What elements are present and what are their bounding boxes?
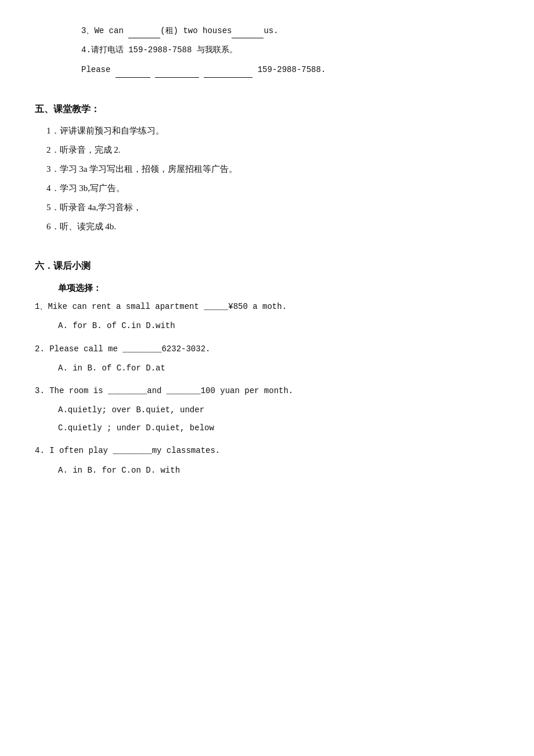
q4-blank3: [204, 62, 252, 77]
q4-suffix: 159-2988-7588.: [258, 65, 326, 74]
top-section: 3、We can (租) two houses us. 4.请打电话 159-2…: [81, 23, 499, 78]
liu-subtitle: 单项选择：: [58, 280, 499, 296]
section-liu-title: 六．课后小测: [35, 258, 499, 275]
wu-item-4: 4．学习 3b,写广告。: [46, 181, 499, 196]
liu-q1-text: 1、Mike can rent a small apartment _____¥…: [35, 300, 499, 314]
section-liu: 六．课后小测 单项选择： 1、Mike can rent a small apa…: [35, 258, 499, 477]
q4-please: Please: [81, 65, 110, 74]
q3-blank2: [232, 23, 264, 38]
liu-q3-text: 3. The room is ________and _______100 yu…: [35, 384, 499, 398]
liu-q3-block: 3. The room is ________and _______100 yu…: [35, 384, 499, 436]
q3-text: 3、We can: [81, 26, 128, 35]
question-4-english: Please 159-2988-7588.: [81, 62, 499, 77]
liu-q2-block: 2. Please call me ________6232-3032. A. …: [35, 342, 499, 376]
liu-q1-block: 1、Mike can rent a small apartment _____¥…: [35, 300, 499, 333]
liu-q1-choices: A. for B. of C.in D.with: [58, 319, 499, 333]
wu-item-3: 3．学习 3a 学习写出租，招领，房屋招租等广告。: [46, 161, 499, 177]
section-wu: 五、课堂教学： 1．评讲课前预习和自学练习。 2．听录音，完成 2. 3．学习 …: [35, 101, 499, 235]
wu-item-2: 2．听录音，完成 2.: [46, 142, 499, 158]
q3-blank1: [128, 23, 160, 38]
question-4-chinese: 4.请打电话 159-2988-7588 与我联系。: [81, 43, 499, 57]
liu-q4-choices: A. in B. for C.on D. with: [58, 463, 499, 478]
section-wu-title: 五、课堂教学：: [35, 101, 499, 118]
q4-blank1: [116, 62, 150, 77]
wu-item-6: 6．听、读完成 4b.: [46, 219, 499, 235]
q3-text3: us.: [264, 26, 278, 35]
liu-q3-choices-b: C.quietly ; under D.quiet, below: [58, 421, 499, 435]
q4-blank2: [155, 62, 199, 77]
wu-item-5: 5．听录音 4a,学习音标，: [46, 200, 499, 215]
liu-q2-text: 2. Please call me ________6232-3032.: [35, 342, 499, 357]
liu-q2-choices: A. in B. of C.for D.at: [58, 361, 499, 376]
q4-chinese-text: 4.请打电话 159-2988-7588 与我联系。: [81, 45, 237, 55]
wu-item-1: 1．评讲课前预习和自学练习。: [46, 123, 499, 139]
liu-q4-text: 4. I often play ________my classmates.: [35, 444, 499, 458]
q3-text2: (租) two houses: [160, 26, 232, 35]
liu-q4-block: 4. I often play ________my classmates. A…: [35, 444, 499, 477]
liu-q3-choices-a: A.quietly; over B.quiet, under: [58, 403, 499, 417]
question-3-line: 3、We can (租) two houses us.: [81, 23, 499, 38]
